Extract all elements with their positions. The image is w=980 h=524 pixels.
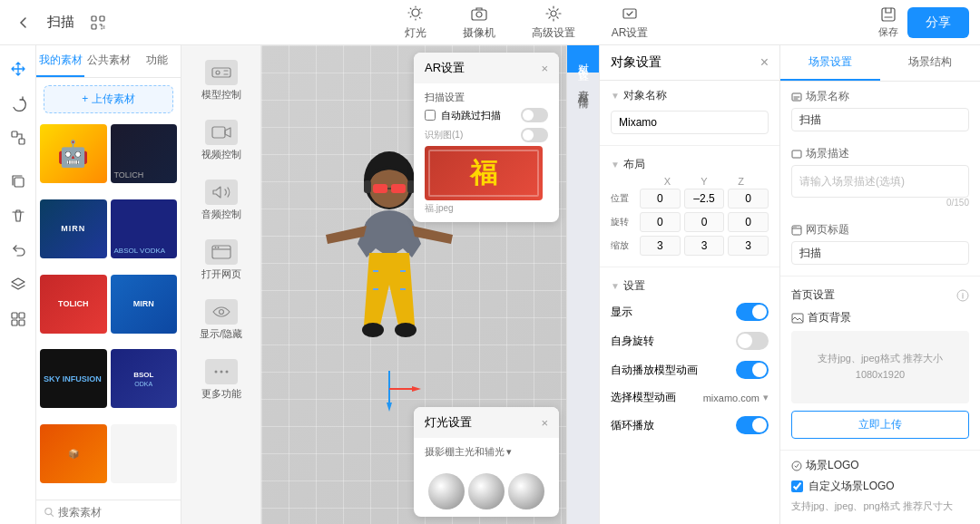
tab-advanced[interactable]: 高级设置: [532, 5, 575, 41]
ar-panel-close[interactable]: ×: [541, 62, 548, 75]
upload-action-button[interactable]: 立即上传: [791, 411, 969, 439]
pos-z[interactable]: 0: [728, 189, 769, 209]
auto-rotate-knob: [738, 334, 752, 348]
tab-public-assets[interactable]: 公共素材: [84, 45, 132, 77]
web-title-input[interactable]: [791, 241, 969, 265]
asset-item[interactable]: 📦: [40, 424, 107, 483]
icon-copy[interactable]: [2, 165, 34, 198]
icon-delete[interactable]: [2, 199, 34, 232]
ar-panel-header: AR设置 ×: [414, 53, 559, 83]
tab-function[interactable]: 功能: [132, 45, 181, 77]
asset-item[interactable]: TOLICH: [111, 124, 178, 183]
side-tab-object[interactable]: 对象 设置: [567, 45, 599, 73]
svg-point-35: [395, 323, 416, 337]
func-video-control[interactable]: 视频控制: [185, 112, 258, 169]
more-icon: [205, 359, 238, 384]
icon-grid-view[interactable]: [2, 303, 34, 335]
asset-item[interactable]: TOLICH: [40, 275, 107, 334]
light-option[interactable]: 摄影棚主光和辅光 ▾: [425, 445, 512, 459]
asset-item[interactable]: MIRN: [40, 199, 107, 258]
tab-ar[interactable]: AR设置: [612, 5, 649, 41]
left-panel: 我的素材 公共素材 功能 + 上传素材 🤖 TOLICH MIRN: [36, 45, 181, 524]
scene-name-input[interactable]: [791, 108, 969, 131]
scale-z[interactable]: 3: [728, 236, 769, 256]
web-title-section: 网页标题: [780, 215, 980, 272]
asset-item[interactable]: 🤖: [40, 124, 107, 183]
scan-icon-btn[interactable]: [85, 10, 111, 35]
scale-x[interactable]: 3: [640, 236, 681, 256]
obj-settings-close[interactable]: ×: [760, 54, 769, 71]
object-settings-panel: 对象设置 × ▼ 对象名称 ▼ 布局 X Y Z 位置 0: [599, 45, 780, 524]
canvas-background[interactable]: AR设置 × 扫描设置 自动跳过扫描 识别图(1): [261, 45, 566, 524]
icon-move[interactable]: [2, 53, 34, 85]
sphere-1: [428, 473, 465, 509]
loop-toggle[interactable]: [736, 416, 769, 434]
asset-item[interactable]: MIRN: [111, 275, 178, 334]
asset-item[interactable]: [111, 424, 178, 483]
scene-desc-textarea[interactable]: 请输入场景描述(选填): [791, 165, 969, 198]
auto-skip-toggle[interactable]: [521, 108, 548, 122]
share-button[interactable]: 分享: [907, 7, 969, 38]
scan-image[interactable]: 福: [425, 146, 543, 200]
pos-y[interactable]: –2.5: [684, 189, 725, 209]
custom-logo-checkbox[interactable]: [791, 480, 803, 492]
svg-point-21: [214, 247, 216, 248]
svg-point-5: [476, 12, 482, 17]
light-panel-close[interactable]: ×: [541, 416, 548, 430]
light-preview: [414, 466, 559, 517]
func-more[interactable]: 更多功能: [185, 352, 258, 408]
rot-x[interactable]: 0: [640, 212, 681, 232]
asset-item[interactable]: ABSOL VODKA: [111, 199, 178, 258]
svg-rect-1: [100, 16, 104, 21]
func-show-hide[interactable]: 显示/隐藏: [185, 292, 258, 348]
sphere-2: [468, 473, 505, 509]
scene-tab-structure[interactable]: 场景结构: [880, 45, 980, 81]
func-audio-control[interactable]: 音频控制: [185, 172, 258, 228]
rot-z[interactable]: 0: [728, 212, 769, 232]
icon-layer[interactable]: [2, 268, 34, 301]
obj-name-input[interactable]: [611, 111, 769, 134]
divider-2: [600, 267, 779, 267]
scale-y[interactable]: 3: [684, 236, 725, 256]
icon-scale-tool[interactable]: [2, 121, 34, 154]
auto-skip-row: 自动跳过扫描: [425, 108, 548, 122]
pos-x[interactable]: 0: [640, 189, 681, 209]
svg-rect-7: [623, 9, 636, 18]
scene-tabs: 场景设置 场景结构: [780, 45, 980, 82]
svg-point-22: [217, 247, 219, 248]
back-button[interactable]: [11, 10, 36, 35]
func-model-control[interactable]: 模型控制: [185, 53, 258, 109]
asset-item[interactable]: SKY INFUSION: [40, 349, 107, 408]
svg-point-25: [220, 371, 222, 374]
svg-rect-8: [882, 8, 895, 21]
tab-camera[interactable]: 摄像机: [463, 5, 495, 41]
scene-desc-section: 场景描述 请输入场景描述(选填) 0/150: [780, 139, 980, 215]
scene-name-section: 场景名称: [780, 82, 980, 139]
identify-label: 识别图(1): [425, 129, 463, 141]
icon-rotate-tool[interactable]: [2, 87, 34, 120]
asset-item[interactable]: BSOL ODKA: [111, 349, 178, 408]
auto-rotate-toggle[interactable]: [736, 332, 769, 350]
tab-my-assets[interactable]: 我的素材: [36, 45, 84, 77]
save-button[interactable]: 保存: [878, 5, 898, 39]
anim-select[interactable]: mixamo.com ▾: [703, 392, 769, 403]
svg-point-18: [216, 71, 220, 74]
icon-undo[interactable]: [2, 234, 34, 267]
auto-play-toggle[interactable]: [736, 361, 769, 379]
scene-tab-settings[interactable]: 场景设置: [780, 45, 880, 81]
search-bar[interactable]: [36, 500, 181, 524]
upload-button[interactable]: + 上传素材: [44, 85, 173, 113]
identify-toggle[interactable]: [521, 128, 548, 142]
homepage-info-icon: [956, 289, 969, 302]
rot-y[interactable]: 0: [684, 212, 725, 232]
side-tab-material[interactable]: 素材 详情: [567, 73, 599, 100]
auto-skip-checkbox[interactable]: [425, 110, 436, 121]
transform-section: X Y Z 位置 0 –2.5 0 旋转 0 0 0 缩放 3 3 3: [600, 176, 779, 263]
search-input[interactable]: [58, 506, 173, 519]
svg-rect-2: [92, 24, 96, 29]
ar-settings-panel: AR设置 × 扫描设置 自动跳过扫描 识别图(1): [414, 53, 559, 222]
func-open-web[interactable]: 打开网页: [185, 232, 258, 288]
scene-settings-body: 场景名称 场景描述 请输入场景描述(选填) 0/150: [780, 82, 980, 522]
tab-light[interactable]: 灯光: [405, 5, 426, 41]
display-toggle[interactable]: [736, 303, 769, 321]
